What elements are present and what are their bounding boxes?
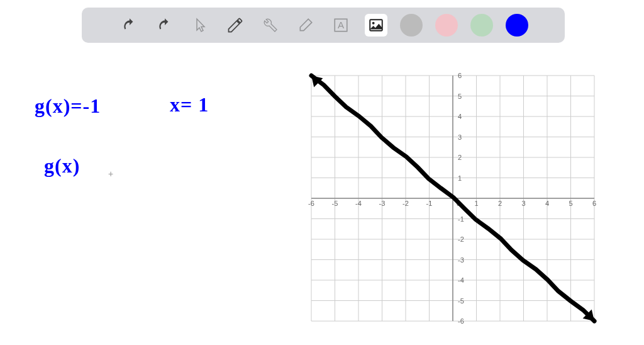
svg-text:2: 2 [498, 200, 502, 207]
svg-text:5: 5 [458, 93, 462, 100]
svg-text:A: A [338, 20, 345, 30]
svg-text:2: 2 [458, 154, 462, 161]
svg-text:-4: -4 [355, 200, 362, 207]
pointer-icon [192, 18, 208, 33]
redo-icon [157, 17, 173, 33]
svg-text:-6: -6 [458, 317, 464, 325]
handwritten-equation-2: x= 1 [170, 93, 209, 116]
svg-text:-5: -5 [458, 297, 464, 305]
svg-text:5: 5 [569, 200, 572, 207]
pointer-button[interactable] [189, 14, 211, 37]
handwritten-equation-3: g(x) [44, 154, 80, 178]
pencil-icon [226, 16, 244, 34]
svg-text:-3: -3 [379, 200, 386, 207]
drawing-toolbar: A [82, 8, 565, 43]
text-button[interactable]: A [330, 14, 352, 37]
svg-text:-2: -2 [402, 200, 409, 207]
undo-button[interactable] [118, 14, 141, 37]
svg-text:-5: -5 [332, 200, 338, 207]
cursor-indicator: + [108, 169, 113, 179]
redo-button[interactable] [153, 14, 176, 37]
color-green[interactable] [470, 14, 493, 37]
eraser-button[interactable] [294, 14, 317, 37]
svg-text:6: 6 [458, 72, 462, 79]
svg-text:6: 6 [592, 200, 596, 207]
image-button[interactable] [365, 14, 387, 37]
svg-text:4: 4 [545, 200, 549, 207]
svg-text:-2: -2 [458, 235, 464, 243]
svg-text:-6: -6 [308, 200, 314, 207]
svg-point-3 [372, 22, 375, 25]
whiteboard-canvas[interactable]: g(x)=-1 x= 1 g(x) + -6-5-4-3-2-1123456-6… [0, 50, 644, 345]
svg-text:-4: -4 [458, 276, 464, 284]
tools-button[interactable] [259, 14, 282, 37]
color-blue[interactable] [506, 14, 528, 37]
color-pink[interactable] [435, 14, 458, 37]
svg-text:1: 1 [458, 174, 462, 182]
svg-text:4: 4 [458, 113, 462, 120]
tools-icon [263, 18, 278, 33]
eraser-icon [297, 17, 314, 33]
svg-text:3: 3 [521, 200, 525, 207]
svg-text:-1: -1 [426, 200, 433, 207]
image-icon [368, 17, 384, 33]
svg-text:3: 3 [458, 133, 462, 141]
graph-svg: -6-5-4-3-2-1123456-6-5-4-3-2-11234560 [299, 63, 607, 334]
text-icon: A [333, 17, 349, 33]
coordinate-graph: -6-5-4-3-2-1123456-6-5-4-3-2-11234560 [299, 63, 607, 334]
svg-text:1: 1 [474, 200, 478, 207]
svg-text:-3: -3 [458, 256, 464, 264]
svg-text:-1: -1 [458, 215, 464, 223]
undo-icon [121, 17, 138, 33]
pencil-button[interactable] [224, 14, 247, 37]
handwritten-equation-1: g(x)=-1 [35, 94, 101, 118]
color-gray[interactable] [400, 14, 423, 37]
